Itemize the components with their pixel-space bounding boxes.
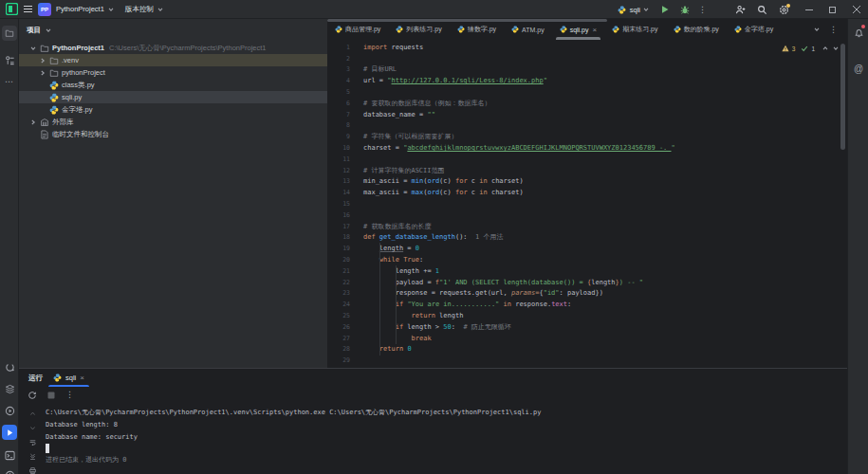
- code-text: return length: [363, 312, 463, 319]
- tree-item-.venv[interactable]: .venv: [19, 54, 327, 66]
- editor-tab-金字塔.py[interactable]: 金字塔.py: [727, 19, 781, 40]
- run-config-selector[interactable]: sqli: [630, 6, 640, 14]
- notifications-icon[interactable]: [851, 25, 866, 40]
- more-options-icon[interactable]: ⋮: [65, 391, 74, 399]
- console-output[interactable]: C:\Users\无心骨\PycharmProjects\PythonProje…: [46, 406, 838, 474]
- editor-tab-数的阶乘.py[interactable]: 数的阶乘.py: [666, 19, 727, 40]
- line-number: 18: [327, 233, 350, 241]
- more-actions-icon[interactable]: ⋮: [698, 6, 707, 14]
- tab-scrollbar[interactable]: [327, 19, 607, 22]
- code-line-25[interactable]: 25 return length: [327, 310, 847, 321]
- debug-button[interactable]: [680, 5, 690, 14]
- up-icon[interactable]: [28, 410, 37, 417]
- project-tool-icon[interactable]: [2, 26, 17, 41]
- editor-tab-商品管理.py[interactable]: 商品管理.py: [327, 19, 388, 40]
- code-line-24[interactable]: 24 if "You are in..........." in respons…: [327, 299, 847, 310]
- code-line-15[interactable]: 15: [327, 198, 847, 210]
- code-line-3[interactable]: 3# 目标URL: [327, 64, 847, 76]
- run-tab[interactable]: sqli ×: [48, 369, 89, 387]
- inspections-widget[interactable]: 3 1: [782, 43, 840, 54]
- chevron-down-icon[interactable]: [28, 45, 38, 52]
- tree-item-临时文件和控制台[interactable]: 临时文件和控制台: [19, 128, 327, 140]
- tree-item-class类.py[interactable]: class类.py: [19, 79, 327, 91]
- tree-item-label: 外部库: [52, 118, 74, 127]
- close-icon[interactable]: ×: [592, 26, 597, 34]
- run-anything-icon[interactable]: [2, 403, 17, 418]
- code-with-me-icon[interactable]: [735, 5, 746, 15]
- search-icon[interactable]: [757, 5, 767, 15]
- tree-item-金字塔.py[interactable]: 金字塔.py: [19, 103, 327, 116]
- more-tools-icon[interactable]: ⋯: [2, 74, 17, 89]
- editor-scrollbar[interactable]: [840, 44, 845, 150]
- code-line-9[interactable]: 9# 字符集（可以根据需要扩展）: [327, 131, 847, 142]
- line-number: 12: [327, 167, 350, 174]
- settings-icon[interactable]: [779, 5, 789, 15]
- line-number: 4: [327, 77, 350, 84]
- run-button[interactable]: [660, 5, 670, 14]
- next-problem-icon[interactable]: [832, 45, 840, 52]
- minimize-button[interactable]: [797, 0, 821, 19]
- code-line-27[interactable]: 27 break: [327, 333, 847, 344]
- code-line-16[interactable]: 16: [327, 210, 847, 221]
- chevron-right-icon[interactable]: [38, 57, 47, 64]
- python-packages-icon[interactable]: [2, 359, 17, 374]
- code-line-11[interactable]: 11: [327, 154, 847, 165]
- code-line-22[interactable]: 22 payload = f"1' AND (SELECT length(dat…: [327, 277, 847, 288]
- ai-assistant-icon[interactable]: @: [851, 61, 866, 76]
- history-tool-icon[interactable]: [2, 467, 17, 474]
- print-icon[interactable]: [28, 467, 37, 474]
- code-line-20[interactable]: 20 while True:: [327, 254, 847, 265]
- tree-item-PythonProject1[interactable]: PythonProject1C:\Users\无心骨\PycharmProjec…: [19, 42, 327, 54]
- code-line-26[interactable]: 26 if length > 50: # 防止无限循环: [327, 321, 847, 333]
- editor-tab-期末练习.py[interactable]: 期末练习.py: [604, 19, 665, 40]
- code-line-5[interactable]: 5: [327, 86, 847, 98]
- code-line-29[interactable]: 29: [327, 355, 847, 366]
- code-line-19[interactable]: 19 length = 0: [327, 243, 847, 254]
- code-line-14[interactable]: 14max_ascii = max(ord(c) for c in charse…: [327, 187, 847, 198]
- tree-item-sqli.py[interactable]: sqli.py: [19, 91, 327, 103]
- close-button[interactable]: [844, 0, 868, 19]
- services-icon[interactable]: [2, 381, 17, 396]
- tabs-list-icon[interactable]: [813, 26, 821, 33]
- close-icon[interactable]: ×: [80, 374, 84, 382]
- chevron-right-icon[interactable]: [28, 118, 38, 126]
- code-line-10[interactable]: 10charset = "abcdefghijklmnopqrstuvwxyzA…: [327, 142, 847, 154]
- chevron-right-icon[interactable]: [38, 69, 47, 77]
- code-line-18[interactable]: 18def get_database_length(): 1 个用法: [327, 232, 847, 244]
- editor-tab-ATM.py[interactable]: ATM.py: [504, 19, 552, 40]
- code-line-17[interactable]: 17# 获取数据库名的长度: [327, 221, 847, 232]
- code-line-2[interactable]: 2: [327, 53, 847, 64]
- scroll-end-icon[interactable]: [28, 453, 37, 460]
- code-area[interactable]: 1import requests23# 目标URL4url = "http://…: [327, 40, 847, 368]
- editor-tab-列表练习.py[interactable]: 列表练习.py: [388, 19, 449, 40]
- code-line-6[interactable]: 6# 要获取的数据库信息（例如：数据库名）: [327, 98, 847, 109]
- warning-count: 3: [792, 46, 796, 52]
- tree-item-pythonProject[interactable]: pythonProject: [19, 66, 327, 79]
- editor-tab-猜数字.py[interactable]: 猜数字.py: [450, 19, 504, 40]
- run-tool-icon[interactable]: [2, 425, 17, 440]
- softwrap-icon[interactable]: [28, 439, 37, 446]
- commit-tool-icon[interactable]: [2, 52, 17, 67]
- project-name-button[interactable]: PythonProject1: [56, 5, 104, 13]
- code-line-23[interactable]: 23 response = requests.get(url, params={…: [327, 288, 847, 300]
- code-line-4[interactable]: 4url = "http://127.0.0.1/sqli/Less-8/ind…: [327, 75, 847, 86]
- code-line-12[interactable]: 12# 计算字符集的ASCII范围: [327, 165, 847, 176]
- vcs-button[interactable]: 版本控制: [125, 5, 154, 14]
- rerun-button[interactable]: [28, 391, 37, 400]
- code-line-7[interactable]: 7database_name = "": [327, 109, 847, 120]
- terminal-tool-icon[interactable]: [2, 447, 17, 463]
- code-line-13[interactable]: 13min_ascii = min(ord(c) for c in charse…: [327, 176, 847, 188]
- code-line-28[interactable]: 28 return 0: [327, 344, 847, 356]
- tree-item-外部库[interactable]: 外部库: [19, 116, 327, 128]
- stop-button[interactable]: [47, 392, 55, 399]
- down-icon[interactable]: [28, 425, 37, 431]
- prev-problem-icon[interactable]: [822, 45, 829, 52]
- code-line-8[interactable]: 8: [327, 120, 847, 132]
- project-panel-header[interactable]: 项目: [19, 19, 327, 42]
- code-line-21[interactable]: 21 length += 1: [327, 265, 847, 277]
- main-menu-icon[interactable]: [23, 4, 33, 14]
- code-line-1[interactable]: 1import requests: [327, 42, 847, 53]
- tabs-more-icon[interactable]: ⋮: [829, 26, 838, 34]
- editor-tab-sqli.py[interactable]: sqli.py×: [552, 19, 605, 40]
- maximize-button[interactable]: [821, 0, 844, 19]
